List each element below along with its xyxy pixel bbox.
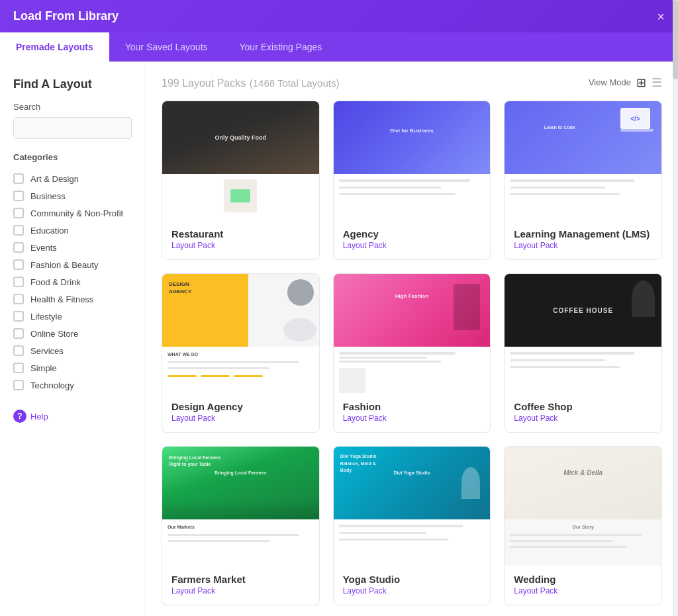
- card-image-lms: </>: [505, 101, 661, 220]
- layout-card-coffee-shop[interactable]: Coffee Shop Layout Pack: [504, 273, 662, 433]
- category-label-art-design: Art & Design: [30, 174, 79, 184]
- card-image-yoga-studio: Divi Yoga StudioBalance, Mind &Body: [334, 447, 491, 566]
- layout-card-farmers-market[interactable]: Bringing Local FarmersRight to your Tabl…: [162, 446, 320, 605]
- category-item-lifestyle[interactable]: Lifestyle: [13, 308, 132, 325]
- tab-premade[interactable]: Premade Layouts: [0, 32, 109, 62]
- category-checkbox-services[interactable]: [13, 345, 24, 356]
- category-checkbox-community[interactable]: [13, 208, 24, 218]
- card-info-agency: Agency Layout Pack: [334, 220, 491, 259]
- category-item-food-drink[interactable]: Food & Drink: [13, 273, 132, 290]
- card-image-agency: [334, 101, 491, 220]
- card-name-restaurant: Restaurant: [171, 228, 310, 240]
- category-item-events[interactable]: Events: [13, 239, 132, 256]
- category-label-lifestyle: Lifestyle: [30, 312, 62, 322]
- category-item-art-design[interactable]: Art & Design: [13, 170, 132, 187]
- count-label: 199 Layout Packs: [162, 77, 246, 89]
- layout-count-area: 199 Layout Packs (1468 Total Layouts): [162, 75, 339, 90]
- category-checkbox-technology[interactable]: [13, 380, 24, 390]
- card-type-agency: Layout Pack: [343, 241, 481, 250]
- help-icon: ?: [13, 410, 26, 423]
- category-checkbox-events[interactable]: [13, 242, 24, 253]
- search-label: Search: [13, 102, 132, 112]
- category-item-community[interactable]: Community & Non-Profit: [13, 204, 132, 222]
- layout-card-wedding[interactable]: Our Story Wedding Layout Pack: [504, 446, 662, 605]
- card-type-wedding: Layout Pack: [514, 586, 652, 595]
- scrollbar-track[interactable]: [673, 62, 678, 616]
- grid-view-icon[interactable]: ⊞: [636, 75, 646, 90]
- tab-saved-layouts[interactable]: Your Saved Layouts: [109, 32, 224, 62]
- category-label-education: Education: [30, 226, 69, 236]
- layout-card-fashion[interactable]: Fashion Layout Pack: [333, 273, 491, 433]
- card-type-fashion: Layout Pack: [343, 414, 481, 423]
- card-name-agency: Agency: [343, 228, 481, 240]
- card-image-farmers-market: Bringing Local FarmersRight to your Tabl…: [162, 447, 319, 566]
- category-checkbox-online-store[interactable]: [13, 328, 24, 339]
- category-label-technology: Technology: [30, 380, 74, 390]
- category-item-fashion-beauty[interactable]: Fashion & Beauty: [13, 256, 132, 273]
- category-checkbox-food-drink[interactable]: [13, 277, 24, 287]
- card-info-design-agency: Design Agency Layout Pack: [162, 393, 319, 432]
- card-name-yoga-studio: Yoga Studio: [343, 574, 481, 585]
- category-item-education[interactable]: Education: [13, 222, 132, 239]
- category-checkbox-fashion-beauty[interactable]: [13, 259, 24, 270]
- card-name-design-agency: Design Agency: [171, 401, 310, 412]
- category-label-events: Events: [30, 243, 57, 253]
- scrollbar-thumb[interactable]: [673, 62, 678, 79]
- card-image-wedding: Our Story: [505, 447, 661, 566]
- count-sub: (1468 Total Layouts): [250, 77, 340, 89]
- card-image-coffee-shop: [505, 274, 661, 393]
- layout-card-lms[interactable]: </> Learning Management (LMS) Layout Pac…: [504, 101, 662, 260]
- modal-header: Load From Library ×: [0, 0, 678, 32]
- help-button[interactable]: ? Help: [13, 410, 48, 423]
- category-item-health-fitness[interactable]: Health & Fitness: [13, 290, 132, 308]
- card-image-design-agency: DESIGNAGENCY WHAT WE DO: [162, 274, 319, 393]
- card-name-farmers-market: Farmers Market: [171, 574, 310, 585]
- category-label-health-fitness: Health & Fitness: [30, 294, 93, 304]
- layout-card-design-agency[interactable]: DESIGNAGENCY WHAT WE DO Design Agenc: [162, 273, 320, 433]
- category-item-business[interactable]: Business: [13, 187, 132, 204]
- modal-title: Load From Library: [13, 9, 119, 23]
- card-info-restaurant: Restaurant Layout Pack: [162, 220, 319, 259]
- view-mode-label: View Mode: [589, 77, 631, 87]
- category-checkbox-art-design[interactable]: [13, 173, 24, 184]
- category-item-services[interactable]: Services: [13, 342, 132, 359]
- card-info-coffee-shop: Coffee Shop Layout Pack: [505, 393, 661, 432]
- category-label-food-drink: Food & Drink: [30, 277, 81, 287]
- card-name-wedding: Wedding: [514, 574, 652, 585]
- category-label-services: Services: [30, 346, 64, 356]
- list-view-icon[interactable]: ☰: [652, 75, 662, 90]
- sidebar-title: Find A Layout: [13, 77, 132, 91]
- layout-card-yoga-studio[interactable]: Divi Yoga StudioBalance, Mind &Body Yoga…: [333, 446, 491, 605]
- category-item-simple[interactable]: Simple: [13, 359, 132, 376]
- card-type-farmers-market: Layout Pack: [171, 586, 310, 595]
- layout-card-agency[interactable]: Agency Layout Pack: [333, 101, 491, 260]
- category-checkbox-business[interactable]: [13, 191, 24, 201]
- category-item-technology[interactable]: Technology: [13, 376, 132, 394]
- card-info-fashion: Fashion Layout Pack: [334, 393, 491, 432]
- content-area: Find A Layout Search Categories Art & De…: [0, 62, 678, 616]
- main-content: 199 Layout Packs (1468 Total Layouts) Vi…: [146, 62, 678, 616]
- card-info-farmers-market: Farmers Market Layout Pack: [162, 566, 319, 605]
- category-label-business: Business: [30, 191, 66, 201]
- close-button[interactable]: ×: [657, 10, 665, 23]
- tabs-bar: Premade Layouts Your Saved Layouts Your …: [0, 32, 678, 62]
- search-input[interactable]: [13, 117, 132, 139]
- card-type-restaurant: Layout Pack: [171, 241, 310, 250]
- category-checkbox-simple[interactable]: [13, 363, 24, 373]
- category-checkbox-health-fitness[interactable]: [13, 294, 24, 304]
- categories-list: Art & Design Business Community & Non-Pr…: [13, 170, 132, 394]
- card-type-coffee-shop: Layout Pack: [514, 414, 652, 423]
- layout-card-restaurant[interactable]: Restaurant Layout Pack: [162, 101, 320, 260]
- category-label-online-store: Online Store: [30, 329, 78, 339]
- categories-title: Categories: [13, 152, 132, 162]
- card-type-lms: Layout Pack: [514, 241, 652, 250]
- tab-existing-pages[interactable]: Your Existing Pages: [224, 32, 338, 62]
- sidebar: Find A Layout Search Categories Art & De…: [0, 62, 146, 616]
- modal: Load From Library × Premade Layouts Your…: [0, 0, 678, 616]
- card-name-fashion: Fashion: [343, 401, 481, 412]
- category-checkbox-education[interactable]: [13, 225, 24, 236]
- card-name-lms: Learning Management (LMS): [514, 228, 652, 240]
- card-info-wedding: Wedding Layout Pack: [505, 566, 661, 605]
- category-item-online-store[interactable]: Online Store: [13, 325, 132, 342]
- category-checkbox-lifestyle[interactable]: [13, 311, 24, 322]
